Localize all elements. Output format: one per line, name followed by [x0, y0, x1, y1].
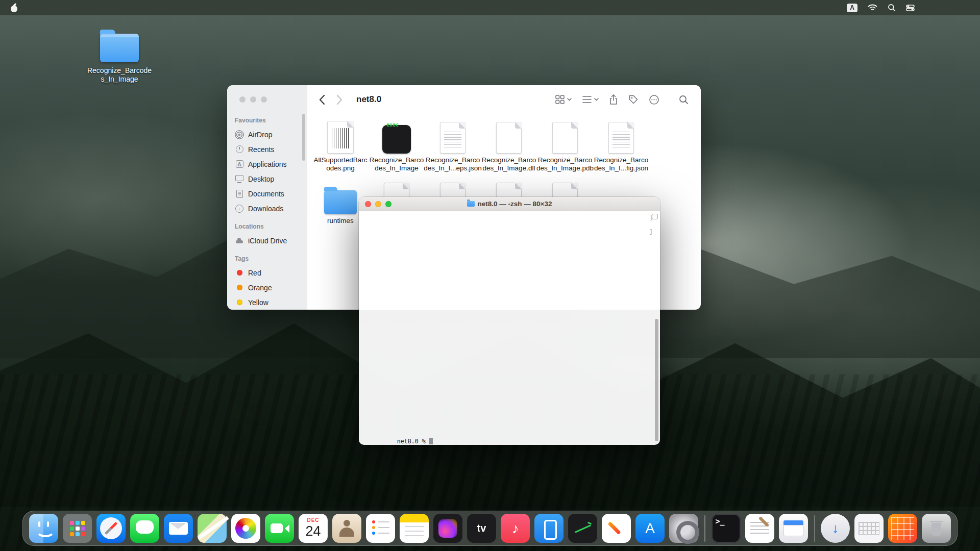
file-config-json[interactable]: Recognize_Barcodes_In_I...fig.json — [593, 119, 649, 172]
file-icon — [440, 119, 465, 154]
close-button[interactable] — [239, 96, 246, 103]
terminal-line — [361, 431, 660, 438]
wifi-icon[interactable] — [868, 4, 877, 11]
sidebar-item-tag-red[interactable]: Red — [227, 265, 307, 280]
tag-icon[interactable] — [628, 94, 639, 105]
desktop-folder-label: Recognize_Barcodes_In_Image — [87, 66, 152, 84]
dock-stocks[interactable] — [568, 514, 597, 543]
sidebar-item-documents[interactable]: Documents — [227, 186, 307, 201]
file-icon — [552, 119, 578, 154]
file-label: Recognize_Barcodes_In_Image.dll — [482, 156, 536, 172]
sidebar-item-icon — [235, 298, 244, 307]
file-dll[interactable]: Recognize_Barcodes_In_Image.dll — [481, 119, 537, 172]
dock-music[interactable]: ♪ — [501, 514, 530, 543]
sidebar-item-applications[interactable]: Applications — [227, 157, 307, 171]
dock-icon-text — [669, 514, 698, 543]
minimize-button[interactable] — [250, 96, 256, 103]
terminal-line — [361, 307, 660, 314]
dock-reminders[interactable] — [366, 514, 395, 543]
sidebar-item-label: AirDrop — [248, 131, 272, 139]
view-options-button[interactable] — [555, 94, 572, 105]
file-pdb[interactable]: Recognize_Barcodes_In_Image.pdb — [537, 119, 593, 172]
dock-keyboard-window[interactable] — [854, 514, 884, 543]
sidebar-item-desktop[interactable]: Desktop — [227, 171, 307, 186]
file-icon: exec — [382, 119, 411, 154]
dock-terminal[interactable]: >_ — [712, 514, 741, 543]
dock-icon-text — [29, 514, 58, 543]
terminal-scrollbar[interactable] — [655, 319, 658, 441]
sidebar-header-tags: Tags — [227, 252, 307, 265]
sidebar-item-tag-yellow[interactable]: Yellow — [227, 295, 307, 310]
sidebar-header-favourites: Favourites — [227, 114, 307, 127]
dock-tv[interactable]: tv — [467, 514, 496, 543]
dock-facetime[interactable] — [265, 514, 294, 543]
dock-downloads[interactable]: ↓ — [821, 514, 850, 543]
dock-launchpad[interactable] — [63, 514, 92, 543]
finder-window-title: net8.0 — [356, 94, 381, 105]
zoom-button[interactable] — [385, 201, 391, 207]
dock-textedit[interactable] — [745, 514, 774, 543]
dock-iphone-mirroring[interactable] — [534, 514, 564, 543]
dock-icon-text — [96, 514, 126, 543]
control-center-icon[interactable] — [906, 5, 915, 11]
dock-icon-text — [814, 515, 815, 542]
sidebar-item-label: Downloads — [248, 205, 283, 213]
terminal-prompt-line: net8.0 % — [361, 438, 660, 445]
sidebar-item-label: Red — [248, 269, 261, 277]
sidebar-item-icloud-drive[interactable]: iCloud Drive — [227, 233, 307, 248]
finder-window-controls — [239, 96, 267, 103]
dock-finder[interactable] — [29, 514, 58, 543]
dock-system-settings[interactable] — [669, 514, 698, 543]
more-actions-button[interactable] — [649, 94, 659, 105]
dock-messages[interactable] — [130, 514, 159, 543]
dock-screen-sharing[interactable] — [779, 514, 808, 543]
file-allsupportedbarcodes-png[interactable]: AllSupportedBarcodes.png — [312, 119, 369, 172]
input-source-icon[interactable]: A — [847, 4, 857, 12]
sidebar-item-downloads[interactable]: Downloads — [227, 201, 307, 216]
sidebar-item-airdrop[interactable]: AirDrop — [227, 127, 307, 142]
sidebar-item-icon — [235, 145, 244, 154]
dock-icon-text — [400, 514, 429, 543]
dock-documents-stack[interactable] — [888, 514, 917, 543]
dock-freeform[interactable] — [602, 514, 631, 543]
dock-notes[interactable] — [400, 514, 429, 543]
dock-icon-text — [130, 514, 159, 543]
terminal-line — [361, 286, 660, 293]
dock-icon-text — [265, 514, 294, 543]
sidebar-item-tag-orange[interactable]: Orange — [227, 280, 307, 295]
group-by-button[interactable] — [582, 95, 599, 104]
finder-search-icon[interactable] — [679, 95, 689, 105]
terminal-window[interactable]: net8.0 — -zsh — 80×32 net8.0 % ] ] — [359, 197, 660, 445]
dock-mail[interactable] — [164, 514, 193, 543]
dock-icon-text — [745, 514, 774, 543]
terminal-titlebar[interactable]: net8.0 — -zsh — 80×32 — [359, 197, 660, 211]
zoom-button[interactable] — [261, 96, 267, 103]
terminal-marks-button[interactable] — [652, 214, 658, 219]
dock-calendar[interactable]: DEC 24 — [299, 514, 328, 543]
dock-safari[interactable] — [96, 514, 126, 543]
dock-contacts[interactable] — [332, 514, 361, 543]
back-button[interactable] — [318, 94, 325, 105]
file-label: AllSupportedBarcodes.png — [313, 156, 367, 172]
forward-button[interactable] — [336, 94, 343, 105]
dock-garageband[interactable] — [433, 514, 462, 543]
sidebar-item-recents[interactable]: Recents — [227, 142, 307, 157]
close-button[interactable] — [365, 201, 371, 207]
search-icon[interactable] — [888, 4, 896, 12]
desktop-folder-recognize-barcodes[interactable]: Recognize_Barcodes_In_Image — [86, 34, 153, 84]
file-deps-json[interactable]: Recognize_Barcodes_In_I...eps.json — [425, 119, 481, 172]
file-recognize-barcodes-in-image[interactable]: exec Recognize_Barcodes_In_Image — [369, 119, 425, 172]
terminal-window-title: net8.0 — -zsh — 80×32 — [467, 200, 552, 208]
terminal-line — [361, 394, 660, 402]
dock-photos[interactable] — [231, 514, 260, 543]
share-icon[interactable] — [609, 94, 618, 105]
dock-trash[interactable] — [922, 514, 951, 543]
exec-badge: exec — [386, 122, 399, 128]
terminal-line — [361, 322, 660, 329]
apple-menu-icon[interactable] — [10, 3, 18, 12]
sidebar-item-icon — [235, 174, 244, 184]
dock-maps[interactable] — [198, 514, 227, 543]
terminal-content[interactable]: net8.0 % — [359, 211, 660, 445]
dock-app-store[interactable]: A — [635, 514, 665, 543]
minimize-button[interactable] — [375, 201, 381, 207]
